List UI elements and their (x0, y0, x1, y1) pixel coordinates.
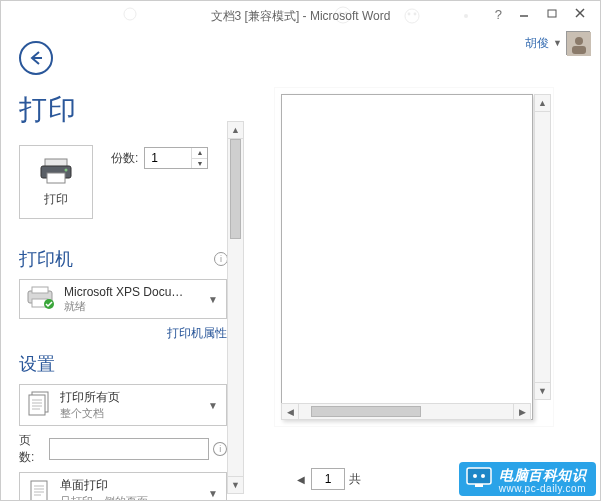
svg-rect-19 (47, 173, 65, 183)
scope-sub: 整个文档 (60, 406, 198, 421)
printer-status: 就绪 (64, 299, 198, 314)
watermark-badge: 电脑百科知识 www.pc-daily.com (459, 462, 596, 496)
svg-rect-43 (475, 484, 483, 487)
current-page-input[interactable] (311, 468, 345, 490)
svg-rect-40 (467, 468, 491, 484)
printer-dropdown[interactable]: Microsoft XPS Docu… 就绪 ▼ (19, 279, 227, 319)
window-title: 文档3 [兼容模式] - Microsoft Word (211, 8, 391, 25)
scroll-down-button[interactable]: ▼ (228, 476, 243, 493)
monitor-icon (465, 466, 493, 488)
scroll-up-button[interactable]: ▲ (228, 122, 243, 139)
scroll-track[interactable] (299, 404, 513, 419)
info-icon[interactable]: i (214, 252, 228, 266)
pages-label: 页数: (19, 432, 45, 466)
pages-icon (26, 390, 52, 421)
single-side-icon (26, 478, 52, 501)
svg-point-20 (65, 168, 68, 171)
print-settings-pane: 打印 打印 份数: ▲ ▼ (1, 31, 246, 500)
print-button-label: 打印 (44, 191, 68, 208)
scroll-thumb[interactable] (311, 406, 421, 417)
chevron-down-icon: ▼ (206, 488, 220, 499)
page-of-label: 共 (349, 471, 361, 488)
svg-rect-22 (32, 287, 48, 293)
watermark-main: 电脑百科知识 (499, 468, 586, 483)
scroll-thumb[interactable] (230, 139, 241, 239)
printer-icon (39, 157, 73, 185)
print-scope-dropdown[interactable]: 打印所有页 整个文档 ▼ (19, 384, 227, 426)
restore-button[interactable] (538, 3, 566, 23)
page-navigator: ◀ 共 (292, 468, 361, 490)
chevron-down-icon: ▼ (206, 294, 220, 305)
sides-dropdown[interactable]: 单面打印 只打印一侧的页面 ▼ (19, 472, 227, 500)
print-button[interactable]: 打印 (19, 145, 93, 219)
svg-point-42 (481, 474, 485, 478)
svg-rect-10 (548, 10, 556, 17)
info-icon[interactable]: i (213, 442, 227, 456)
minimize-button[interactable] (510, 3, 538, 23)
preview-vertical-scrollbar[interactable]: ▲ ▼ (534, 94, 551, 400)
scroll-down-button[interactable]: ▼ (535, 382, 550, 399)
watermark-sub: www.pc-daily.com (499, 483, 586, 494)
page-title: 打印 (19, 91, 228, 129)
settings-section-title: 设置 (19, 352, 55, 376)
scope-main: 打印所有页 (60, 389, 198, 406)
preview-pane: ▲ ▼ ◀ ▶ ◀ 共 (246, 31, 600, 500)
settings-scrollbar[interactable]: ▲ ▼ (227, 121, 244, 494)
prev-page-button[interactable]: ◀ (292, 468, 309, 490)
spin-up-button[interactable]: ▲ (192, 148, 207, 159)
page-preview (281, 94, 533, 420)
printer-properties-link[interactable]: 打印机属性 (19, 325, 227, 342)
svg-point-41 (473, 474, 477, 478)
preview-horizontal-scrollbar[interactable]: ◀ ▶ (281, 403, 531, 420)
copies-label: 份数: (111, 150, 138, 167)
titlebar: 文档3 [兼容模式] - Microsoft Word ? (1, 1, 600, 31)
copies-spinner[interactable]: ▲ ▼ (144, 147, 208, 169)
scroll-track[interactable] (535, 112, 550, 382)
copies-input[interactable] (145, 148, 191, 168)
scroll-right-button[interactable]: ▶ (513, 404, 530, 419)
window-controls (510, 3, 594, 23)
sides-main: 单面打印 (60, 477, 198, 494)
pages-input[interactable] (49, 438, 209, 460)
scroll-track[interactable] (228, 139, 243, 476)
scroll-left-button[interactable]: ◀ (282, 404, 299, 419)
spin-down-button[interactable]: ▼ (192, 159, 207, 169)
help-icon[interactable]: ? (495, 7, 502, 22)
close-button[interactable] (566, 3, 594, 23)
printer-section-title: 打印机 (19, 247, 73, 271)
chevron-down-icon: ▼ (206, 400, 220, 411)
svg-rect-31 (31, 481, 47, 501)
printer-status-icon (26, 285, 56, 314)
sides-sub: 只打印一侧的页面 (60, 494, 198, 500)
printer-name: Microsoft XPS Docu… (64, 285, 198, 299)
svg-rect-26 (29, 395, 45, 415)
scroll-up-button[interactable]: ▲ (535, 95, 550, 112)
